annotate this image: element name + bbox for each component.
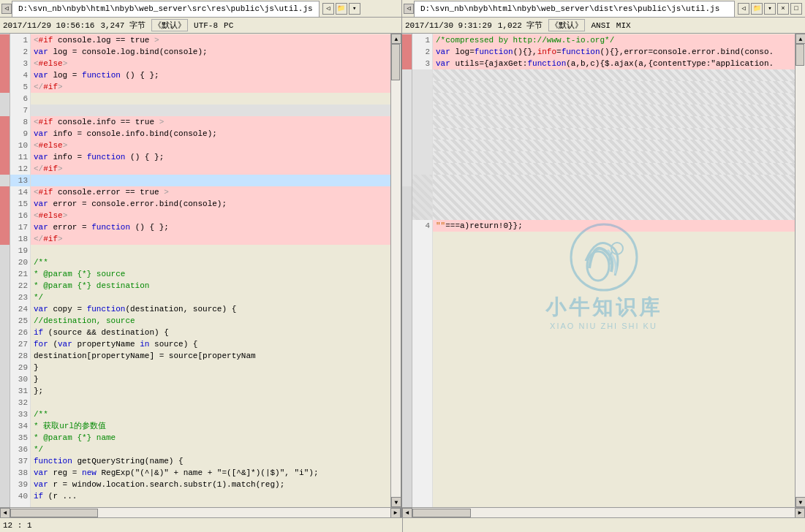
right-line-numbers: 1 2 3 4 [412, 34, 433, 507]
diff-marker-12 [0, 163, 10, 175]
r-scroll-right-btn[interactable]: ► [795, 508, 805, 518]
right-maximize[interactable]: □ [790, 3, 802, 15]
diff-marker-1 [0, 34, 10, 46]
ln-20: 20 [10, 256, 30, 268]
r-ln-9 [412, 128, 432, 140]
ln-23: 23 [10, 292, 30, 303]
code-line-3: <#else> [31, 58, 390, 69]
code-line-39: var r = window.location.search.substr(1)… [31, 479, 390, 490]
scroll-track [391, 44, 401, 497]
h-scroll-track [10, 508, 390, 517]
left-size: 3,247 字节 [100, 20, 145, 31]
code-line-29: } [31, 362, 390, 373]
right-scrollbar-h[interactable]: ◄ ► [402, 507, 805, 517]
r-code-line-3: var utils={ajaxGet:function(a,b,c){$.aja… [433, 58, 795, 69]
r-scroll-down-btn[interactable]: ▼ [795, 497, 805, 507]
ln-24: 24 [10, 303, 30, 315]
diff-marker-20 [0, 256, 10, 268]
ln-11: 11 [10, 151, 30, 163]
right-pane-icon[interactable]: ◁ [404, 4, 414, 14]
left-dropdown[interactable]: ▾ [349, 3, 360, 15]
diff-marker-11 [0, 151, 10, 163]
r-ln-3: 3 [412, 58, 432, 69]
code-line-13 [31, 175, 390, 186]
diff-marker-27 [0, 338, 10, 350]
code-line-8: <#if console.info == true > [31, 116, 390, 128]
left-scrollbar-v[interactable]: ▲ ▼ [390, 34, 401, 507]
ln-34: 34 [10, 420, 30, 432]
ln-18: 18 [10, 233, 30, 245]
right-encoding-label[interactable]: 《默认》 [548, 19, 585, 31]
diff-marker-38 [0, 467, 10, 479]
right-folder-icon[interactable]: 📁 [751, 3, 763, 15]
right-dropdown[interactable]: ▾ [764, 3, 776, 15]
r-h-scroll-thumb[interactable] [412, 509, 471, 517]
app-container: ◁ D:\svn_nb\nbyb\html\nbyb\web_server\sr… [0, 0, 805, 532]
ln-19: 19 [10, 245, 30, 256]
r-diff-spacer [412, 175, 432, 220]
right-file-tab[interactable]: D:\svn_nb\nbyb\html\nbyb\web_server\dist… [414, 1, 735, 17]
right-diff-markers [402, 34, 412, 507]
diff-marker-6 [0, 93, 10, 104]
ln-21: 21 [10, 268, 30, 280]
ln-17: 17 [10, 221, 30, 233]
r-ln-2: 2 [412, 46, 432, 58]
code-line-12: </#if> [31, 163, 390, 175]
diff-marker-23 [0, 292, 10, 303]
code-line-35: * @param {*} name [31, 432, 390, 444]
r-ln-6 [412, 93, 432, 104]
diff-marker-15 [0, 198, 10, 210]
left-line-numbers: 1 2 3 4 5 6 7 8 9 10 11 12 13 14 15 16 1 [10, 34, 31, 507]
left-file-tab[interactable]: D:\svn_nb\nbyb\html\nbyb\web_server\src\… [12, 1, 320, 17]
left-nav-back[interactable]: ◁ [322, 3, 334, 15]
r-diff-marker-3 [402, 58, 412, 69]
status-left: 12 : 1 [0, 518, 403, 532]
diff-marker-5 [0, 81, 10, 93]
ln-27: 27 [10, 338, 30, 350]
ln-1: 1 [10, 34, 30, 46]
diff-marker-17 [0, 221, 10, 233]
diff-marker-2 [0, 46, 10, 58]
scroll-down-btn[interactable]: ▼ [391, 497, 401, 507]
ln-25: 25 [10, 315, 30, 327]
code-line-24: var copy = function(destination, source)… [31, 303, 390, 315]
diff-marker-39 [0, 479, 10, 490]
code-line-20: /** [31, 256, 390, 268]
ln-29: 29 [10, 362, 30, 373]
code-line-37: function getQueryString(name) { [31, 455, 390, 467]
right-nav-back[interactable]: ◁ [738, 3, 749, 15]
diff-marker-30 [0, 373, 10, 385]
right-editor-pane: 小牛知识库 XIAO NIU ZHI SHI KU [402, 34, 805, 517]
diff-marker-29 [0, 362, 10, 373]
code-line-6 [31, 93, 390, 104]
ln-12: 12 [10, 163, 30, 175]
scroll-up-btn[interactable]: ▲ [391, 34, 401, 44]
right-code-lines: /*compressed by http://www.t-io.org*/ va… [433, 34, 795, 507]
left-scrollbar-h[interactable]: ◄ ► [0, 507, 401, 517]
left-folder-icon[interactable]: 📁 [336, 3, 347, 15]
right-close[interactable]: × [777, 3, 789, 15]
ln-9: 9 [10, 128, 30, 140]
right-scrollbar-v[interactable]: ▲ ▼ [795, 34, 805, 507]
code-line-36: */ [31, 444, 390, 455]
scroll-thumb[interactable] [391, 44, 400, 80]
left-pane-icon[interactable]: ◁ [1, 4, 12, 14]
r-scroll-track [795, 44, 805, 497]
code-line-28: destination[propertyName] = source[prope… [31, 350, 390, 362]
scroll-right-btn[interactable]: ► [390, 508, 401, 518]
r-scroll-left-btn[interactable]: ◄ [402, 508, 412, 518]
r-ln-5 [412, 81, 432, 93]
scroll-left-btn[interactable]: ◄ [0, 508, 10, 518]
tab-bars: ◁ D:\svn_nb\nbyb\html\nbyb\web_server\sr… [0, 0, 805, 18]
code-line-19 [31, 245, 390, 256]
r-scroll-thumb[interactable] [795, 44, 804, 66]
h-scroll-thumb[interactable] [10, 509, 98, 517]
diff-marker-10 [0, 140, 10, 151]
diff-marker-40 [0, 490, 10, 502]
r-ln-10 [412, 140, 432, 151]
r-hatch-spacer [433, 175, 795, 220]
left-encoding-label[interactable]: 《默认》 [151, 19, 188, 31]
status-right-text [406, 521, 411, 530]
r-scroll-up-btn[interactable]: ▲ [795, 34, 805, 44]
diff-marker-7 [0, 104, 10, 116]
